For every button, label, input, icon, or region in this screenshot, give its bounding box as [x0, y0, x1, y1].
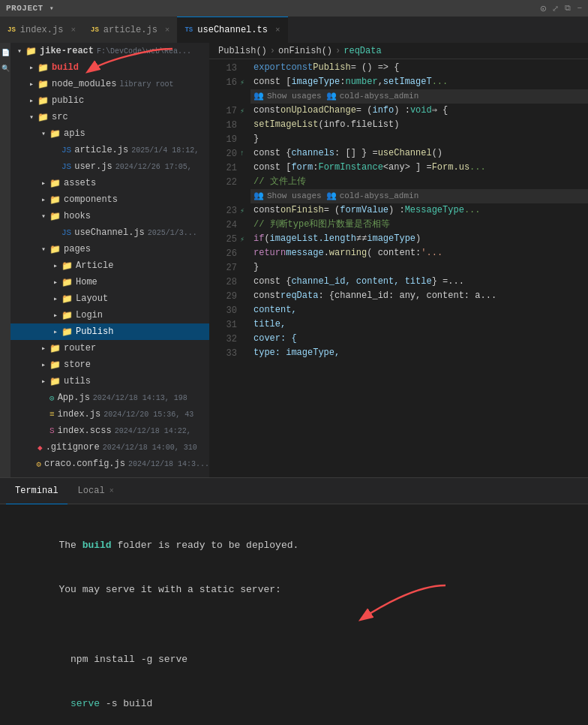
- home-label: Home: [76, 277, 98, 287]
- layout-icon: 📁: [62, 293, 73, 305]
- gitignore-icon: ◆: [38, 443, 43, 453]
- uc-label: useChannel.js: [74, 227, 145, 238]
- login-chevron: [50, 311, 62, 320]
- search-icon[interactable]: 🔍: [2, 65, 10, 73]
- store-folder[interactable]: 📁 store: [10, 356, 209, 373]
- tab-terminal[interactable]: Terminal: [6, 478, 68, 504]
- tab-close[interactable]: ×: [165, 26, 170, 35]
- tab-article-js[interactable]: JS article.js ×: [83, 17, 177, 43]
- comp-icon: 📁: [50, 194, 61, 206]
- term-serve-hint: You may serve it with a static server:: [12, 568, 576, 612]
- terminal-area: Terminal Local × The build folder is rea…: [0, 477, 588, 725]
- pub-chevron: [26, 96, 38, 105]
- code-line-25: if (imageList.length ≠≠ imageType): [250, 232, 588, 246]
- code-line-23: const onFinish = (formValue) : MessageTy…: [250, 203, 588, 218]
- layout-folder[interactable]: 📁 Layout: [10, 290, 209, 307]
- apis-folder[interactable]: 📁 apis: [10, 125, 209, 142]
- term-empty-1: [12, 510, 576, 522]
- pages-folder[interactable]: 📁 pages: [10, 241, 209, 257]
- code-line-31: title,: [250, 317, 588, 332]
- publish-label: Publish: [76, 326, 113, 337]
- router-folder[interactable]: 📁 router: [10, 340, 209, 356]
- hooks-folder[interactable]: 📁 hooks: [10, 208, 209, 224]
- project-chevron[interactable]: ▾: [50, 4, 54, 13]
- article-label: article.js: [74, 145, 128, 155]
- home-folder[interactable]: 📁 Home: [10, 274, 209, 290]
- tab-index-js[interactable]: JS index.js ×: [0, 17, 83, 43]
- code-line-20: const {channels : [] } = useChannel(): [250, 146, 588, 161]
- utils-icon: 📁: [50, 376, 61, 387]
- router-icon: 📁: [50, 343, 61, 354]
- breadcrumb-reqdata: reqData: [344, 46, 381, 56]
- terminal-tab-bar: Terminal Local ×: [0, 478, 588, 504]
- nm-meta: library root: [119, 80, 173, 89]
- project-root[interactable]: 📁 jike-react F:\DevCode\web\Rea...: [10, 43, 209, 59]
- craco-icon: ⚙: [36, 459, 41, 469]
- src-label: src: [52, 112, 68, 122]
- project-path: F:\DevCode\web\Rea...: [97, 47, 191, 56]
- sidebar: 📁 jike-react F:\DevCode\web\Rea... 📁 bui…: [10, 43, 209, 477]
- article-folder[interactable]: 📁 Article: [10, 257, 209, 274]
- apis-chevron: [38, 129, 50, 138]
- breadcrumb-onfinish: onFinish(): [278, 46, 332, 56]
- expand-icon[interactable]: ⤢: [552, 4, 559, 14]
- code-line-13: export const Publish = () => {: [250, 61, 588, 75]
- tab-usechannel-ts[interactable]: TS useChannel.ts ×: [177, 17, 287, 43]
- appjs-label: App.js: [58, 393, 90, 403]
- tab-local[interactable]: Local ×: [69, 478, 123, 504]
- assets-chevron: [38, 179, 50, 188]
- tab-close[interactable]: ×: [275, 26, 280, 35]
- public-folder[interactable]: 📁 public: [10, 92, 209, 109]
- term-npm-install: npm install -g serve: [12, 637, 576, 681]
- store-label: store: [64, 359, 91, 370]
- code-line-29: const reqData : {channel_id: any, conten…: [250, 289, 588, 303]
- code-line-32: cover: {: [250, 332, 588, 346]
- craco-file[interactable]: ⚙ craco.config.js 2024/12/18 14:3...: [10, 456, 209, 472]
- publish-folder[interactable]: 📁 Publish: [10, 323, 209, 340]
- indexscss-label: index.scss: [58, 426, 112, 436]
- code-line-22: // 文件上传: [250, 175, 588, 189]
- breadcrumb-sep1: ›: [270, 46, 275, 56]
- utils-chevron: [38, 377, 50, 386]
- indexjs-file[interactable]: ≡ index.js 2024/12/20 15:36, 43: [10, 406, 209, 423]
- code-line-21: const [form : FormInstance<any> ] = Form…: [250, 161, 588, 175]
- components-folder[interactable]: 📁 components: [10, 191, 209, 208]
- breadcrumb-sep2: ›: [335, 46, 340, 56]
- code-line-30: content,: [250, 303, 588, 317]
- article-meta: 2025/1/4 18:12,: [131, 146, 199, 155]
- breadcrumb-publish: Publish(): [218, 46, 267, 56]
- build-folder[interactable]: 📁 build: [10, 59, 209, 76]
- hooks-chevron: [38, 212, 50, 221]
- indexscss-file[interactable]: S index.scss 2024/12/18 14:22,: [10, 423, 209, 439]
- code-line-18: setImageList(info.fileList): [250, 118, 588, 132]
- article-js-file[interactable]: JS article.js 2025/1/4 18:12,: [10, 142, 209, 158]
- gitignore-meta: 2024/12/18 14:00, 310: [103, 444, 197, 452]
- term-empty-3: [12, 624, 576, 636]
- root-chevron: [14, 47, 26, 56]
- terminal-content[interactable]: The build folder is ready to be deployed…: [0, 504, 588, 725]
- hooks-label: hooks: [64, 211, 91, 221]
- appjs-file[interactable]: ⊙ App.js 2024/12/18 14:13, 198: [10, 390, 209, 406]
- utils-folder[interactable]: 📁 utils: [10, 373, 209, 390]
- login-folder[interactable]: 📁 Login: [10, 307, 209, 323]
- article-icon: JS: [62, 146, 71, 155]
- files-icon[interactable]: 📄: [2, 49, 10, 57]
- gitignore-file[interactable]: ◆ .gitignore 2024/12/18 14:00, 310: [10, 439, 209, 456]
- folder-icon: 📁: [26, 46, 37, 57]
- apis-label: apis: [64, 128, 86, 139]
- minimize-icon[interactable]: −: [577, 4, 582, 13]
- router-label: router: [64, 343, 96, 353]
- node-modules-folder[interactable]: 📁 node_modules library root: [10, 76, 209, 92]
- comp-label: components: [64, 194, 118, 205]
- src-folder[interactable]: 📁 src: [10, 109, 209, 125]
- nm-chevron: [26, 80, 38, 89]
- user-js-file[interactable]: JS user.js 2024/12/26 17:05,: [10, 158, 209, 175]
- local-tab-close[interactable]: ×: [110, 487, 114, 495]
- assets-folder[interactable]: 📁 assets: [10, 175, 209, 191]
- layout-chevron: [50, 294, 62, 303]
- uc-meta: 2025/1/3...: [148, 229, 197, 237]
- split-icon[interactable]: ⧉: [565, 4, 571, 13]
- tab-close[interactable]: ×: [70, 26, 76, 35]
- local-tab-label: Local: [78, 486, 105, 496]
- usechannel-file[interactable]: JS useChannel.js 2025/1/3...: [10, 224, 209, 241]
